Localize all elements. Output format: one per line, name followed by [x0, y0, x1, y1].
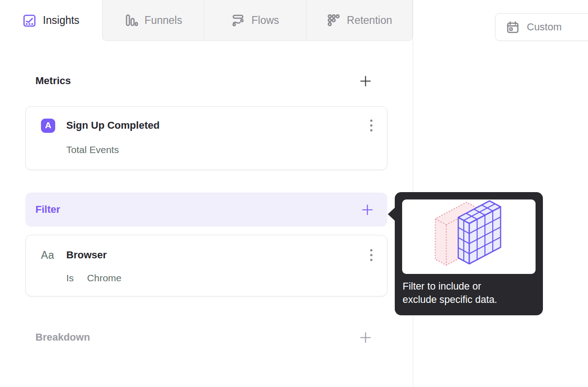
insights-icon — [23, 14, 36, 28]
tab-flows[interactable]: Flows — [204, 0, 306, 41]
tab-retention[interactable]: Retention — [306, 0, 413, 41]
string-property-icon: Aa — [41, 249, 66, 262]
breakdown-section-header: Breakdown — [35, 330, 372, 345]
tab-label: Insights — [43, 14, 79, 27]
tab-insights[interactable]: Insights — [0, 0, 102, 41]
filter-tooltip: Filter to include or exclude specific da… — [395, 192, 543, 315]
tooltip-caption: Filter to include or exclude specific da… — [403, 280, 518, 306]
filter-card[interactable]: Aa Browser Is Chrome — [25, 235, 387, 296]
filter-value[interactable]: Chrome — [87, 273, 121, 284]
metric-name: Sign Up Completed — [66, 120, 369, 131]
funnels-icon — [124, 13, 138, 27]
plus-icon — [361, 204, 374, 216]
tab-label: Retention — [347, 14, 392, 27]
filter-property-name: Browser — [66, 249, 369, 261]
tab-label: Flows — [251, 14, 279, 27]
breakdown-title: Breakdown — [35, 331, 90, 343]
metric-badge-slot: A — [41, 119, 66, 133]
add-breakdown-button[interactable] — [359, 331, 372, 344]
tab-funnels[interactable]: Funnels — [102, 0, 204, 41]
kebab-icon — [369, 118, 373, 133]
filter-options-button[interactable] — [369, 248, 373, 262]
plus-icon — [359, 75, 372, 87]
plus-icon — [359, 331, 372, 344]
add-filter-button[interactable] — [361, 204, 374, 216]
flows-icon — [231, 13, 245, 27]
filter-title: Filter — [35, 204, 60, 216]
metrics-title: Metrics — [35, 75, 71, 87]
metric-options-button[interactable] — [369, 118, 373, 133]
filter-operator[interactable]: Is — [66, 273, 74, 284]
date-range-label: Custom — [527, 21, 562, 33]
tab-label: Funnels — [144, 14, 182, 27]
retention-icon — [327, 13, 340, 27]
metric-letter-badge: A — [41, 119, 55, 133]
date-range-button[interactable]: Custom — [495, 13, 588, 41]
kebab-icon — [369, 248, 373, 262]
tooltip-arrow-left — [388, 207, 395, 221]
metrics-section-header: Metrics — [35, 74, 372, 88]
metric-aggregation[interactable]: Total Events — [66, 144, 119, 155]
cube-grid-illustration — [402, 199, 536, 274]
filter-section-header[interactable]: Filter — [25, 193, 387, 227]
add-metric-button[interactable] — [359, 75, 372, 87]
metric-card[interactable]: A Sign Up Completed Total Events — [25, 106, 387, 170]
calendar-icon — [506, 20, 520, 34]
report-type-tabbar: Insights Funnels Flows — [0, 0, 413, 41]
filter-illustration — [402, 199, 536, 274]
